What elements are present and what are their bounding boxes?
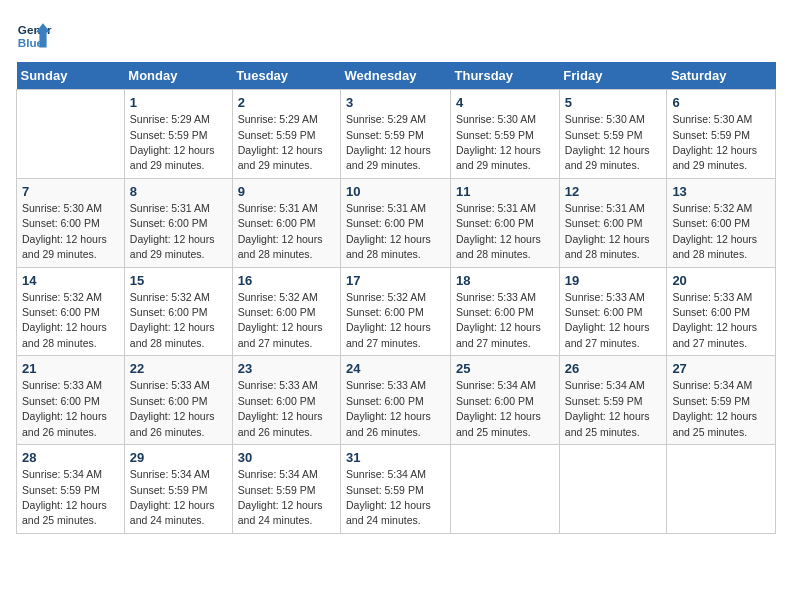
calendar-cell: 11Sunrise: 5:31 AM Sunset: 6:00 PM Dayli… <box>451 178 560 267</box>
day-info: Sunrise: 5:34 AM Sunset: 5:59 PM Dayligh… <box>346 468 431 526</box>
day-info: Sunrise: 5:32 AM Sunset: 6:00 PM Dayligh… <box>22 291 107 349</box>
calendar-cell: 1Sunrise: 5:29 AM Sunset: 5:59 PM Daylig… <box>124 90 232 179</box>
day-number: 14 <box>22 272 119 290</box>
day-info: Sunrise: 5:34 AM Sunset: 5:59 PM Dayligh… <box>238 468 323 526</box>
calendar-cell: 17Sunrise: 5:32 AM Sunset: 6:00 PM Dayli… <box>341 267 451 356</box>
day-number: 24 <box>346 360 445 378</box>
day-info: Sunrise: 5:34 AM Sunset: 5:59 PM Dayligh… <box>565 379 650 437</box>
day-info: Sunrise: 5:30 AM Sunset: 5:59 PM Dayligh… <box>565 113 650 171</box>
day-number: 13 <box>672 183 770 201</box>
calendar-cell: 7Sunrise: 5:30 AM Sunset: 6:00 PM Daylig… <box>17 178 125 267</box>
day-info: Sunrise: 5:30 AM Sunset: 6:00 PM Dayligh… <box>22 202 107 260</box>
day-info: Sunrise: 5:31 AM Sunset: 6:00 PM Dayligh… <box>565 202 650 260</box>
page-header: General Blue <box>16 16 776 52</box>
calendar-cell: 23Sunrise: 5:33 AM Sunset: 6:00 PM Dayli… <box>232 356 340 445</box>
day-info: Sunrise: 5:32 AM Sunset: 6:00 PM Dayligh… <box>130 291 215 349</box>
day-info: Sunrise: 5:33 AM Sunset: 6:00 PM Dayligh… <box>22 379 107 437</box>
day-number: 6 <box>672 94 770 112</box>
calendar-cell <box>667 445 776 534</box>
calendar-cell <box>559 445 667 534</box>
day-number: 9 <box>238 183 335 201</box>
day-info: Sunrise: 5:29 AM Sunset: 5:59 PM Dayligh… <box>238 113 323 171</box>
day-info: Sunrise: 5:30 AM Sunset: 5:59 PM Dayligh… <box>456 113 541 171</box>
week-row-2: 7Sunrise: 5:30 AM Sunset: 6:00 PM Daylig… <box>17 178 776 267</box>
calendar-cell: 14Sunrise: 5:32 AM Sunset: 6:00 PM Dayli… <box>17 267 125 356</box>
day-header-wednesday: Wednesday <box>341 62 451 90</box>
calendar-cell: 24Sunrise: 5:33 AM Sunset: 6:00 PM Dayli… <box>341 356 451 445</box>
day-info: Sunrise: 5:34 AM Sunset: 5:59 PM Dayligh… <box>22 468 107 526</box>
day-number: 25 <box>456 360 554 378</box>
calendar-cell: 9Sunrise: 5:31 AM Sunset: 6:00 PM Daylig… <box>232 178 340 267</box>
calendar-cell: 25Sunrise: 5:34 AM Sunset: 6:00 PM Dayli… <box>451 356 560 445</box>
calendar-cell: 12Sunrise: 5:31 AM Sunset: 6:00 PM Dayli… <box>559 178 667 267</box>
calendar-cell: 27Sunrise: 5:34 AM Sunset: 5:59 PM Dayli… <box>667 356 776 445</box>
calendar-cell: 15Sunrise: 5:32 AM Sunset: 6:00 PM Dayli… <box>124 267 232 356</box>
calendar-cell: 2Sunrise: 5:29 AM Sunset: 5:59 PM Daylig… <box>232 90 340 179</box>
day-header-monday: Monday <box>124 62 232 90</box>
day-number: 19 <box>565 272 662 290</box>
calendar-cell: 26Sunrise: 5:34 AM Sunset: 5:59 PM Dayli… <box>559 356 667 445</box>
day-info: Sunrise: 5:30 AM Sunset: 5:59 PM Dayligh… <box>672 113 757 171</box>
calendar-cell: 10Sunrise: 5:31 AM Sunset: 6:00 PM Dayli… <box>341 178 451 267</box>
week-row-1: 1Sunrise: 5:29 AM Sunset: 5:59 PM Daylig… <box>17 90 776 179</box>
day-info: Sunrise: 5:33 AM Sunset: 6:00 PM Dayligh… <box>456 291 541 349</box>
day-number: 8 <box>130 183 227 201</box>
day-info: Sunrise: 5:33 AM Sunset: 6:00 PM Dayligh… <box>565 291 650 349</box>
day-info: Sunrise: 5:31 AM Sunset: 6:00 PM Dayligh… <box>456 202 541 260</box>
calendar-cell: 8Sunrise: 5:31 AM Sunset: 6:00 PM Daylig… <box>124 178 232 267</box>
day-number: 11 <box>456 183 554 201</box>
day-number: 12 <box>565 183 662 201</box>
day-info: Sunrise: 5:33 AM Sunset: 6:00 PM Dayligh… <box>238 379 323 437</box>
calendar-cell: 22Sunrise: 5:33 AM Sunset: 6:00 PM Dayli… <box>124 356 232 445</box>
day-header-tuesday: Tuesday <box>232 62 340 90</box>
calendar-table: SundayMondayTuesdayWednesdayThursdayFrid… <box>16 62 776 534</box>
calendar-body: 1Sunrise: 5:29 AM Sunset: 5:59 PM Daylig… <box>17 90 776 534</box>
calendar-cell: 28Sunrise: 5:34 AM Sunset: 5:59 PM Dayli… <box>17 445 125 534</box>
calendar-cell: 6Sunrise: 5:30 AM Sunset: 5:59 PM Daylig… <box>667 90 776 179</box>
calendar-cell: 16Sunrise: 5:32 AM Sunset: 6:00 PM Dayli… <box>232 267 340 356</box>
day-number: 5 <box>565 94 662 112</box>
day-header-thursday: Thursday <box>451 62 560 90</box>
logo-icon: General Blue <box>16 16 52 52</box>
day-info: Sunrise: 5:33 AM Sunset: 6:00 PM Dayligh… <box>346 379 431 437</box>
day-number: 26 <box>565 360 662 378</box>
day-info: Sunrise: 5:29 AM Sunset: 5:59 PM Dayligh… <box>130 113 215 171</box>
day-number: 22 <box>130 360 227 378</box>
day-header-friday: Friday <box>559 62 667 90</box>
calendar-cell: 20Sunrise: 5:33 AM Sunset: 6:00 PM Dayli… <box>667 267 776 356</box>
day-info: Sunrise: 5:34 AM Sunset: 5:59 PM Dayligh… <box>672 379 757 437</box>
week-row-4: 21Sunrise: 5:33 AM Sunset: 6:00 PM Dayli… <box>17 356 776 445</box>
day-info: Sunrise: 5:33 AM Sunset: 6:00 PM Dayligh… <box>672 291 757 349</box>
calendar-cell <box>451 445 560 534</box>
day-info: Sunrise: 5:31 AM Sunset: 6:00 PM Dayligh… <box>130 202 215 260</box>
day-info: Sunrise: 5:34 AM Sunset: 5:59 PM Dayligh… <box>130 468 215 526</box>
day-number: 23 <box>238 360 335 378</box>
day-number: 20 <box>672 272 770 290</box>
calendar-cell: 18Sunrise: 5:33 AM Sunset: 6:00 PM Dayli… <box>451 267 560 356</box>
day-info: Sunrise: 5:29 AM Sunset: 5:59 PM Dayligh… <box>346 113 431 171</box>
day-info: Sunrise: 5:31 AM Sunset: 6:00 PM Dayligh… <box>238 202 323 260</box>
day-number: 15 <box>130 272 227 290</box>
day-number: 28 <box>22 449 119 467</box>
calendar-cell: 31Sunrise: 5:34 AM Sunset: 5:59 PM Dayli… <box>341 445 451 534</box>
day-info: Sunrise: 5:32 AM Sunset: 6:00 PM Dayligh… <box>672 202 757 260</box>
day-info: Sunrise: 5:34 AM Sunset: 6:00 PM Dayligh… <box>456 379 541 437</box>
day-number: 10 <box>346 183 445 201</box>
day-number: 21 <box>22 360 119 378</box>
day-number: 29 <box>130 449 227 467</box>
day-number: 16 <box>238 272 335 290</box>
day-number: 18 <box>456 272 554 290</box>
week-row-5: 28Sunrise: 5:34 AM Sunset: 5:59 PM Dayli… <box>17 445 776 534</box>
day-number: 4 <box>456 94 554 112</box>
calendar-cell: 5Sunrise: 5:30 AM Sunset: 5:59 PM Daylig… <box>559 90 667 179</box>
day-number: 2 <box>238 94 335 112</box>
logo: General Blue <box>16 16 52 52</box>
calendar-cell: 30Sunrise: 5:34 AM Sunset: 5:59 PM Dayli… <box>232 445 340 534</box>
calendar-cell: 13Sunrise: 5:32 AM Sunset: 6:00 PM Dayli… <box>667 178 776 267</box>
calendar-cell: 19Sunrise: 5:33 AM Sunset: 6:00 PM Dayli… <box>559 267 667 356</box>
calendar-cell: 29Sunrise: 5:34 AM Sunset: 5:59 PM Dayli… <box>124 445 232 534</box>
day-number: 27 <box>672 360 770 378</box>
day-header-sunday: Sunday <box>17 62 125 90</box>
day-number: 1 <box>130 94 227 112</box>
day-number: 7 <box>22 183 119 201</box>
